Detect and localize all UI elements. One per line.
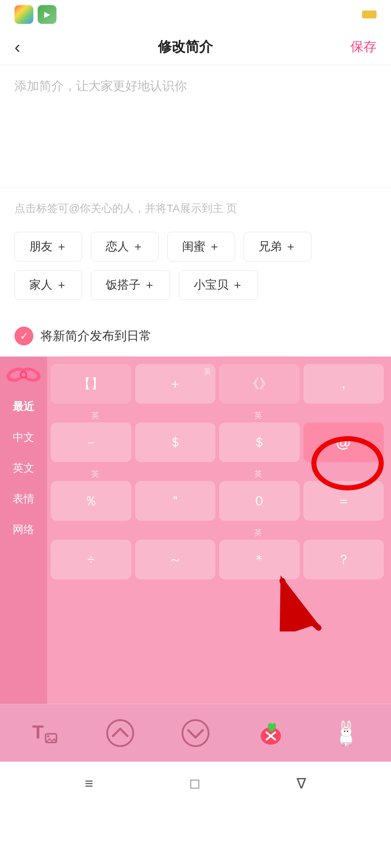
key-sub-eng: 英 bbox=[204, 367, 211, 376]
key-tilde[interactable]: ～ bbox=[135, 540, 216, 579]
tv-icon: ▶ bbox=[38, 5, 56, 24]
battery-icon bbox=[362, 10, 377, 18]
bio-placeholder: 添加简介，让大家更好地认识你 bbox=[14, 76, 377, 95]
keyboard-bottom: T bbox=[0, 704, 391, 762]
nav-bar: ≡ □ ∇ bbox=[0, 762, 391, 805]
key-row-4: ÷ ～ ＊ ？ bbox=[51, 540, 384, 579]
keyboard-up-btn[interactable] bbox=[91, 711, 149, 755]
key-question[interactable]: ？ bbox=[303, 540, 384, 579]
key-dollar2[interactable]: ＄ bbox=[219, 422, 300, 462]
key-row-3: ％ ＂ ０ ＝ bbox=[51, 481, 384, 521]
key-row-2: － ＄ ＄ @ bbox=[51, 422, 384, 462]
hint-eng2: 英 bbox=[217, 410, 299, 421]
key-equals[interactable]: ＝ bbox=[303, 481, 384, 521]
keyboard-down-btn[interactable] bbox=[167, 711, 224, 755]
key-minus[interactable]: － bbox=[51, 422, 131, 462]
keyboard-sidebar: 最近 中文 英文 表情 网络 bbox=[0, 357, 47, 704]
nav-menu[interactable]: ≡ bbox=[85, 775, 93, 792]
game-center-icon bbox=[14, 5, 33, 24]
hint-eng4: 英 bbox=[217, 469, 299, 480]
keyboard-main: 【】 ＋ 英 《》 ， 英 英 － ＄ ＄ @ 英 英 bbox=[47, 357, 391, 704]
svg-point-23 bbox=[344, 731, 345, 732]
sidebar-network[interactable]: 网络 bbox=[0, 514, 47, 545]
hint-eng1: 英 bbox=[54, 410, 136, 421]
svg-point-21 bbox=[342, 722, 344, 728]
publish-row[interactable]: ✓ 将新简介发布到日常 bbox=[0, 316, 391, 357]
tag-bestie[interactable]: 闺蜜 ＋ bbox=[167, 232, 235, 261]
annotation-arrow bbox=[261, 574, 333, 631]
tags-row-1: 朋友 ＋ 恋人 ＋ 闺蜜 ＋ 兄弟 ＋ bbox=[14, 232, 377, 261]
hint-eng5: 英 bbox=[217, 527, 299, 538]
key-angle-brackets[interactable]: 《》 bbox=[219, 364, 300, 404]
status-bar: ▶ bbox=[0, 0, 391, 29]
hint-eng3: 英 bbox=[54, 469, 136, 480]
key-row-1: 【】 ＋ 英 《》 ， bbox=[51, 364, 384, 404]
keyboard-area: 最近 中文 英文 表情 网络 【】 ＋ 英 《》 ， 英 英 － ＄ ＄ bbox=[0, 357, 391, 704]
check-icon: ✓ bbox=[14, 327, 33, 345]
tags-section: 点击标签可@你关心的人，并将TA展示到主 页 朋友 ＋ 恋人 ＋ 闺蜜 ＋ 兄弟… bbox=[0, 188, 391, 316]
keyboard-backspace-btn[interactable] bbox=[242, 711, 300, 755]
svg-point-24 bbox=[347, 731, 348, 732]
nav-back[interactable]: ∇ bbox=[297, 775, 306, 792]
key-at[interactable]: @ bbox=[303, 422, 384, 462]
tag-family[interactable]: 家人 ＋ bbox=[14, 270, 82, 300]
bow-icon bbox=[5, 364, 42, 386]
svg-point-22 bbox=[348, 722, 350, 728]
key-plus[interactable]: ＋ 英 bbox=[135, 364, 216, 404]
save-button[interactable]: 保存 bbox=[350, 38, 377, 56]
svg-point-11 bbox=[182, 720, 209, 746]
tags-hint: 点击标签可@你关心的人，并将TA展示到主 页 bbox=[14, 199, 377, 217]
key-asterisk[interactable]: ＊ bbox=[219, 540, 300, 579]
page-title: 修改简介 bbox=[158, 38, 213, 56]
header: ‹ 修改简介 保存 bbox=[0, 29, 391, 65]
svg-point-9 bbox=[47, 735, 49, 737]
keyboard-return-btn[interactable]: 返回 bbox=[317, 711, 375, 755]
key-zero[interactable]: ０ bbox=[219, 481, 300, 521]
keyboard-text-btn[interactable]: T bbox=[16, 711, 74, 755]
publish-label: 将新简介发布到日常 bbox=[41, 328, 151, 344]
tag-friend[interactable]: 朋友 ＋ bbox=[14, 232, 82, 261]
bio-section[interactable]: 添加简介，让大家更好地认识你 bbox=[0, 65, 391, 188]
tag-brother[interactable]: 兄弟 ＋ bbox=[244, 232, 311, 261]
tag-foodie[interactable]: 饭搭子 ＋ bbox=[91, 270, 170, 300]
status-icons: ▶ bbox=[14, 5, 56, 24]
key-divide[interactable]: ÷ bbox=[51, 540, 131, 579]
sidebar-english[interactable]: 英文 bbox=[0, 453, 47, 484]
svg-text:T: T bbox=[32, 722, 44, 743]
nav-home[interactable]: □ bbox=[190, 775, 199, 792]
key-percent[interactable]: ％ bbox=[51, 481, 131, 521]
key-quote[interactable]: ＂ bbox=[135, 481, 216, 521]
key-dollar1[interactable]: ＄ bbox=[135, 422, 216, 462]
sidebar-chinese[interactable]: 中文 bbox=[0, 422, 47, 453]
tags-row-2: 家人 ＋ 饭搭子 ＋ 小宝贝 ＋ bbox=[14, 270, 377, 300]
back-button[interactable]: ‹ bbox=[14, 37, 20, 57]
tag-lover[interactable]: 恋人 ＋ bbox=[91, 232, 159, 261]
sidebar-recent[interactable]: 最近 bbox=[0, 391, 47, 422]
svg-point-5 bbox=[21, 373, 26, 377]
svg-text:返回: 返回 bbox=[341, 741, 351, 747]
svg-point-10 bbox=[107, 720, 133, 746]
tag-baby[interactable]: 小宝贝 ＋ bbox=[179, 270, 258, 300]
sidebar-emoji[interactable]: 表情 bbox=[0, 484, 47, 514]
key-brackets[interactable]: 【】 bbox=[51, 364, 131, 404]
key-comma[interactable]: ， bbox=[303, 364, 384, 404]
